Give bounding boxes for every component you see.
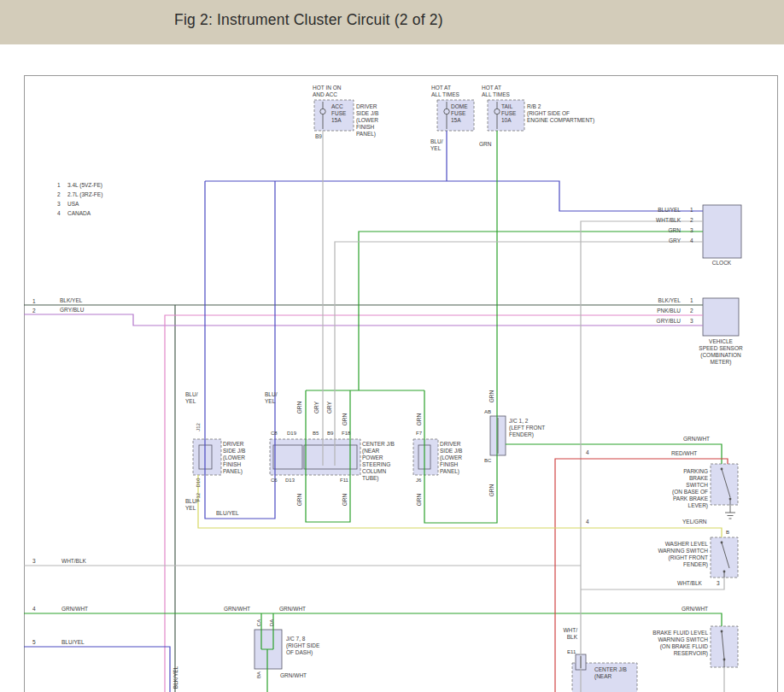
wire-blu-yel-clock <box>205 181 703 211</box>
parking-brake-switch-box <box>711 464 738 505</box>
wire-blu-yel-edge5 <box>24 647 170 692</box>
symbols <box>320 102 735 668</box>
wire-blu-yel-under <box>205 475 275 519</box>
wiring-diagram: HOT IN ON AND ACCACC FUSE 15ADRIVER SIDE… <box>0 0 784 692</box>
wire-yel-grn <box>198 475 722 537</box>
wire-grn-under <box>306 475 350 522</box>
parking-switch-terminal-2 <box>729 498 732 501</box>
clock-box <box>703 205 741 258</box>
wire-grn-clock <box>359 232 703 390</box>
wire-gry-clock <box>335 242 703 466</box>
wire-grn-wht-parking <box>506 444 722 464</box>
wire-wht-blk-main <box>581 221 703 692</box>
acc-fuse-box <box>314 100 354 131</box>
wires <box>24 131 728 692</box>
washer-switch-terminal-2 <box>723 571 726 573</box>
center-jb-connector-1 <box>273 445 302 469</box>
wire-wht-blk-washer <box>581 578 724 589</box>
dome-fuse-box <box>437 100 474 131</box>
tail-fuse-box <box>488 100 524 131</box>
brake-fluid-switch-terminal-2 <box>723 659 726 661</box>
wire-grn-wht-main <box>24 613 722 626</box>
diagram-canvas <box>0 0 784 692</box>
center-jb-connector-2 <box>304 445 357 469</box>
wire-gry-blu <box>24 314 703 325</box>
wire-pnk-blu <box>165 315 703 692</box>
speed-sensor-box <box>703 298 739 336</box>
diagram-border <box>25 76 778 692</box>
